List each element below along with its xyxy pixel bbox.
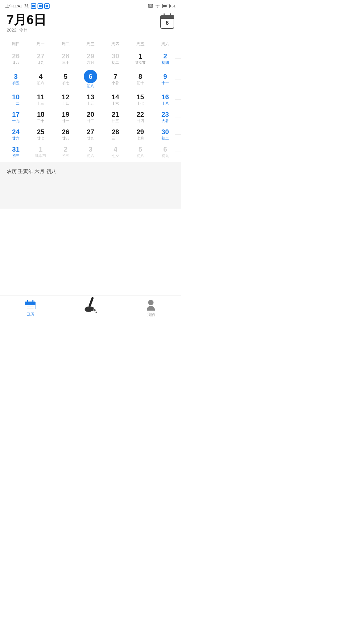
weekday-sat: 周六 — [153, 40, 178, 48]
day-23[interactable]: 23大暑 — [153, 109, 178, 125]
day-13[interactable]: 13十五 — [78, 91, 103, 108]
nav-label-calendar: 日历 — [26, 312, 34, 317]
day-4-next[interactable]: 4七夕 — [103, 144, 128, 160]
week-row-2: 3初五 4初六 5初七 6 初八 7小暑 8初十 9十一 — [3, 68, 178, 91]
nav-item-mine[interactable]: 我的 — [121, 300, 181, 318]
wifi-icon — [155, 4, 160, 8]
week-row-5: 24廿六 25廿七 26廿八 27廿九 28三十 29七月 30初二 — [3, 126, 178, 143]
day-30-prev[interactable]: 30初二 — [103, 50, 128, 67]
day-4[interactable]: 4初六 — [28, 68, 53, 91]
day-7[interactable]: 7小暑 — [103, 68, 128, 91]
day-6-next[interactable]: 6初九 — [153, 144, 178, 160]
day-28-prev[interactable]: 28三十 — [53, 50, 78, 67]
calendar-nav-icon — [25, 300, 36, 310]
cal-icon-num: 6 — [166, 20, 169, 26]
weekday-row: 周日 周一 周二 周三 周四 周五 周六 — [3, 37, 178, 50]
weekday-tue: 周二 — [53, 40, 78, 48]
status-app-icons — [31, 3, 50, 9]
event-panel: 农历 壬寅年 六月 初八 — [0, 162, 181, 209]
today-calendar-icon[interactable]: 6 — [160, 15, 174, 29]
svg-rect-10 — [25, 305, 35, 310]
header-today-label: 今日 — [19, 27, 28, 33]
day-16[interactable]: 16十八 — [153, 91, 178, 108]
weekday-wed: 周三 — [78, 40, 103, 48]
day-15[interactable]: 15十七 — [128, 91, 153, 108]
header-left: 7月6日 2022 今日 — [7, 13, 46, 33]
nav-item-calendar[interactable]: 日历 — [0, 300, 60, 317]
day-11[interactable]: 11十三 — [28, 91, 53, 108]
day-17[interactable]: 17十九 — [3, 109, 28, 125]
svg-line-0 — [24, 4, 28, 8]
day-3[interactable]: 3初五 — [3, 68, 28, 91]
weekday-thu: 周四 — [103, 40, 128, 48]
cal-icon-top-bar — [161, 15, 174, 19]
status-bar: 上午11:41 31 — [0, 0, 181, 11]
day-26[interactable]: 26廿八 — [53, 126, 78, 143]
bottom-nav: 日历 清理 我的 — [0, 295, 181, 322]
svg-rect-11 — [25, 302, 36, 305]
day-10[interactable]: 10十二 — [3, 91, 28, 108]
week-row-3: 10十二 11十三 12十四 13十五 14十六 15十七 16十八 — [3, 91, 178, 108]
day-26-prev[interactable]: 26廿八 — [3, 50, 28, 67]
nav-label-mine: 我的 — [147, 312, 155, 318]
person-icon — [147, 300, 155, 311]
day-24[interactable]: 24廿六 — [3, 126, 28, 143]
day-5-next[interactable]: 5初八 — [128, 144, 153, 160]
calendar: 周日 周一 周二 周三 周四 周五 周六 26廿八 27廿九 28三十 29六月… — [0, 37, 181, 160]
day-2[interactable]: 2初四 — [153, 50, 178, 67]
day-1-next[interactable]: 1建军节 — [28, 144, 53, 160]
week-row-1: 26廿八 27廿九 28三十 29六月 30初二 1建党节 2初四 — [3, 50, 178, 67]
weekday-sun: 周日 — [3, 40, 28, 48]
svg-point-15 — [94, 309, 96, 311]
day-29[interactable]: 29七月 — [128, 126, 153, 143]
event-text: 农历 壬寅年 六月 初八 — [7, 168, 174, 175]
header-date: 7月6日 — [7, 13, 46, 26]
day-6-selected[interactable]: 6 初八 — [78, 68, 103, 91]
x-icon — [148, 4, 153, 8]
nav-item-clean[interactable]: 清理 — [60, 305, 121, 312]
week-row-4: 17十九 18二十 19廿一 20廿二 21廿三 22廿四 23大暑 — [3, 109, 178, 125]
day-18[interactable]: 18二十 — [28, 109, 53, 125]
header-year-row: 2022 今日 — [7, 27, 46, 33]
day-20[interactable]: 20廿二 — [78, 109, 103, 125]
day-31[interactable]: 31初三 — [3, 144, 28, 160]
day-12[interactable]: 12十四 — [53, 91, 78, 108]
status-left: 上午11:41 — [5, 3, 50, 9]
svg-rect-14 — [88, 297, 94, 307]
weekday-fri: 周五 — [128, 40, 153, 48]
app-icon-3 — [44, 3, 50, 9]
clean-icon — [79, 293, 102, 317]
bell-slash-icon — [24, 4, 29, 8]
day-8[interactable]: 8初十 — [128, 68, 153, 91]
day-30[interactable]: 30初二 — [153, 126, 178, 143]
day-9[interactable]: 9十一 — [153, 68, 178, 91]
day-29-prev[interactable]: 29六月 — [78, 50, 103, 67]
day-28[interactable]: 28三十 — [103, 126, 128, 143]
day-1[interactable]: 1建党节 — [128, 50, 153, 67]
svg-point-4 — [157, 7, 158, 8]
day-2-next[interactable]: 2初五 — [53, 144, 78, 160]
week-row-6: 31初三 1建军节 2初五 3初六 4七夕 5初八 6初九 — [3, 144, 178, 160]
day-27-prev[interactable]: 27廿九 — [28, 50, 53, 67]
header: 7月6日 2022 今日 6 — [0, 11, 181, 37]
day-5[interactable]: 5初七 — [53, 68, 78, 91]
status-time: 上午11:41 — [5, 4, 22, 9]
header-year: 2022 — [7, 28, 16, 33]
app-icon-1 — [31, 3, 36, 9]
day-14[interactable]: 14十六 — [103, 91, 128, 108]
svg-point-16 — [96, 312, 97, 313]
day-22[interactable]: 22廿四 — [128, 109, 153, 125]
app-icon-2 — [38, 3, 43, 9]
day-21[interactable]: 21廿三 — [103, 109, 128, 125]
day-3-next[interactable]: 3初六 — [78, 144, 103, 160]
battery-percent: 31 — [172, 4, 176, 8]
status-right: 31 — [148, 4, 176, 8]
day-27[interactable]: 27廿九 — [78, 126, 103, 143]
day-25[interactable]: 25廿七 — [28, 126, 53, 143]
day-19[interactable]: 19廿一 — [53, 109, 78, 125]
weekday-mon: 周一 — [28, 40, 53, 48]
battery-icon — [162, 4, 170, 8]
